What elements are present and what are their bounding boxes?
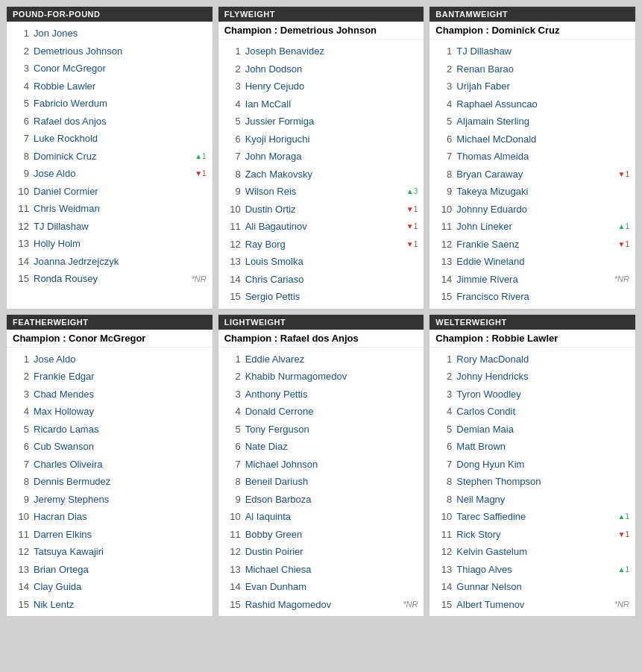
rank-number: 8	[13, 474, 29, 489]
fighter-name: Daniel Cormier	[34, 184, 207, 199]
fighter-name: Eddie Alvarez	[245, 352, 418, 367]
rank-number: 8	[224, 474, 241, 489]
fighter-name: Edson Barboza	[245, 492, 418, 507]
panel-lightweight: LIGHTWEIGHTChampion : Rafael dos Anjos1E…	[218, 314, 425, 618]
fighter-name: Kelvin Gastelum	[456, 544, 629, 559]
ranking-item: 15Ronda Rousey*NR	[7, 270, 213, 288]
rank-number: 3	[435, 387, 452, 402]
champion-featherweight: Champion : Conor McGregor	[7, 330, 213, 348]
fighter-name: Jeremy Stephens	[34, 492, 207, 507]
fighter-name: Aljamain Sterling	[456, 114, 629, 129]
new-rank-badge: *NR	[614, 598, 629, 611]
rank-number: 2	[435, 62, 452, 77]
rank-number: 10	[435, 202, 452, 217]
ranking-item: 10Hacran Dias	[7, 508, 213, 526]
trend-up-icon: ▲3	[406, 186, 418, 197]
rank-number: 3	[224, 79, 241, 94]
fighter-name: Jose Aldo	[34, 166, 192, 181]
fighter-name: Rick Story	[456, 527, 615, 542]
fighter-name: Takeya Mizugaki	[456, 184, 629, 199]
rank-number: 9	[13, 166, 29, 181]
fighter-name: Darren Elkins	[34, 527, 207, 542]
ranking-item: 14Chris Cariaso	[218, 271, 424, 289]
ranking-item: 11Rick Story▼1	[429, 526, 635, 544]
ranking-item: 1Joseph Benavidez	[218, 43, 424, 60]
rank-number: 10	[13, 184, 29, 199]
rank-number: 12	[435, 544, 452, 559]
ranking-item: 9Jose Aldo▼1	[7, 165, 213, 183]
fighter-name: Henry Cejudo	[245, 79, 418, 94]
rank-number: 4	[435, 97, 452, 112]
rank-number: 11	[224, 219, 241, 234]
fighter-name: Joanna Jedrzejczyk	[34, 254, 207, 269]
ranking-item: 12Ray Borg▼1	[218, 236, 424, 254]
ranking-item: 6Michael McDonald	[429, 131, 635, 148]
rank-number: 1	[435, 44, 452, 59]
fighter-name: Jose Aldo	[34, 352, 207, 367]
fighter-name: Tony Ferguson	[245, 422, 418, 437]
fighter-name: Dustin Poirier	[245, 544, 418, 559]
fighter-name: Stephen Thompson	[456, 474, 629, 489]
ranking-item: 15Albert Tumenov*NR	[429, 596, 635, 614]
rank-number: 1	[13, 352, 29, 367]
ranking-item: 5Aljamain Sterling	[429, 113, 635, 131]
ranking-item: 15Sergio Pettis	[218, 288, 424, 306]
fighter-name: Dustin Ortiz	[245, 202, 404, 217]
ranking-item: 12Frankie Saenz▼1	[429, 236, 635, 254]
ranking-item: 3Urijah Faber	[429, 78, 635, 95]
rank-number: 2	[435, 369, 452, 384]
ranking-item: 3Henry Cejudo	[218, 78, 424, 95]
champion-bantamweight: Champion : Dominick Cruz	[429, 22, 635, 40]
ranking-item: 2Renan Barao	[429, 60, 635, 78]
ranking-list-lightweight: 1Eddie Alvarez2Khabib Nurmagomedov3Antho…	[218, 348, 424, 617]
fighter-name: Urijah Faber	[456, 79, 629, 94]
fighter-name: TJ Dillashaw	[456, 44, 629, 59]
ranking-item: 3Conor McGregor	[7, 60, 213, 78]
fighter-name: Raphael Assuncao	[456, 97, 629, 112]
fighter-name: Robbie Lawler	[34, 79, 207, 94]
rank-number: 3	[13, 387, 29, 402]
fighter-name: Nate Diaz	[245, 439, 418, 454]
rank-number: 3	[224, 387, 241, 402]
ranking-list-pound-for-pound: 1Jon Jones2Demetrious Johnson3Conor McGr…	[7, 22, 213, 291]
ranking-item: 5Tony Ferguson	[218, 421, 424, 439]
ranking-item: 5Fabricio Werdum	[7, 95, 213, 113]
fighter-name: Francisco Rivera	[456, 289, 629, 304]
fighter-name: Neil Magny	[456, 492, 629, 507]
fighter-name: Bryan Caraway	[456, 167, 615, 182]
fighter-name: Dominick Cruz	[34, 149, 192, 164]
ranking-item: 15Rashid Magomedov*NR	[218, 596, 424, 614]
fighter-name: Chris Cariaso	[245, 272, 418, 287]
ranking-item: 2Frankie Edgar	[7, 368, 213, 386]
ranking-item: 7John Moraga	[218, 148, 424, 166]
fighter-name: Charles Oliveira	[34, 457, 207, 472]
ranking-item: 5Jussier Formiga	[218, 113, 424, 131]
rank-number: 5	[224, 422, 241, 437]
rank-number: 13	[435, 254, 452, 269]
champion-flyweight: Champion : Demetrious Johnson	[218, 22, 424, 40]
rank-number: 12	[224, 237, 241, 252]
rank-number: 6	[13, 439, 29, 454]
ranking-item: 2John Dodson	[218, 60, 424, 78]
ranking-item: 4Raphael Assuncao	[429, 95, 635, 113]
fighter-name: John Lineker	[456, 219, 615, 234]
fighter-name: Ricardo Lamas	[34, 422, 207, 437]
ranking-item: 13Brian Ortega	[7, 561, 213, 579]
ranking-item: 3Tyron Woodley	[429, 386, 635, 403]
fighter-name: Demian Maia	[456, 422, 629, 437]
ranking-item: 3Chad Mendes	[7, 386, 213, 403]
rank-number: 14	[435, 580, 452, 594]
rank-number: 13	[13, 562, 29, 577]
rank-number: 7	[435, 457, 452, 472]
rank-number: 14	[435, 272, 452, 287]
panel-flyweight: FLYWEIGHTChampion : Demetrious Johnson1J…	[218, 6, 425, 310]
panel-featherweight: FEATHERWEIGHTChampion : Conor McGregor1J…	[6, 314, 213, 618]
panel-header-pound-for-pound: POUND-FOR-POUND	[7, 7, 213, 22]
rank-number: 8	[435, 474, 452, 489]
ranking-item: 12Dustin Poirier	[218, 543, 424, 561]
ranking-item: 6Nate Diaz	[218, 438, 424, 456]
ranking-item: 8Bryan Caraway▼1	[429, 166, 635, 183]
fighter-name: Eddie Wineland	[456, 254, 629, 269]
rank-number: 12	[13, 544, 29, 559]
fighter-name: Zach Makovsky	[245, 167, 418, 182]
